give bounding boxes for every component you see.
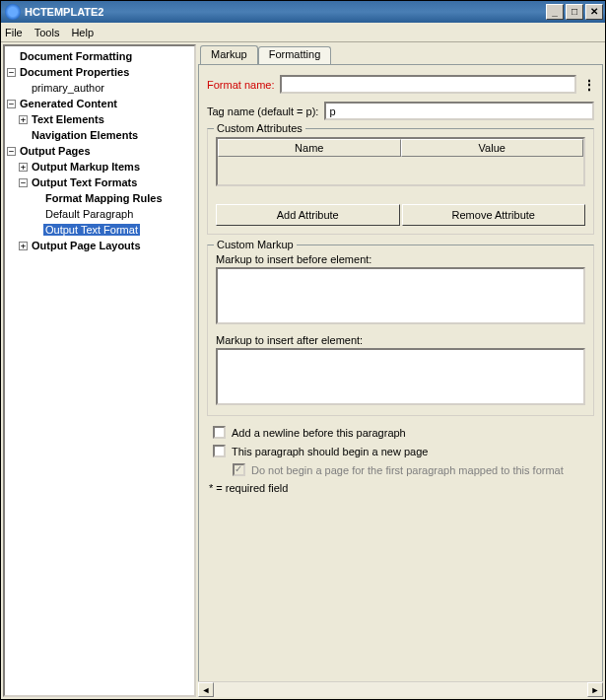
maximize-button[interactable]: □ bbox=[566, 4, 583, 20]
tab-strip: Markup Formatting bbox=[198, 44, 603, 64]
markup-before-input[interactable] bbox=[216, 267, 585, 324]
app-icon bbox=[5, 4, 21, 20]
tree-nav-elements[interactable]: Navigation Elements bbox=[30, 129, 140, 141]
custom-attributes-legend: Custom Attributes bbox=[214, 122, 305, 134]
tree-format-mapping-rules[interactable]: Format Mapping Rules bbox=[43, 192, 165, 204]
expand-icon[interactable]: + bbox=[19, 163, 28, 172]
tab-content: Format name: ⋮ Tag name (default = p): C… bbox=[198, 64, 603, 697]
right-pane: Markup Formatting Format name: ⋮ Tag nam… bbox=[198, 44, 603, 697]
markup-before-label: Markup to insert before element: bbox=[216, 253, 585, 265]
remove-attribute-button[interactable]: Remove Attribute bbox=[402, 204, 586, 226]
notfirst-label: Do not begin a page for the first paragr… bbox=[251, 464, 564, 476]
menu-bar: File Tools Help bbox=[1, 23, 605, 42]
scroll-right-icon[interactable]: ► bbox=[587, 682, 603, 697]
window-controls: _ □ ✕ bbox=[546, 4, 603, 20]
add-attribute-button[interactable]: Add Attribute bbox=[216, 204, 400, 226]
tree-output-markup-items[interactable]: Output Markup Items bbox=[30, 161, 142, 173]
expand-icon[interactable]: + bbox=[19, 242, 28, 250]
tree-output-text-formats[interactable]: Output Text Formats bbox=[30, 176, 139, 188]
required-footnote: * = required field bbox=[209, 482, 594, 494]
scroll-left-icon[interactable]: ◄ bbox=[198, 682, 214, 697]
tree-primary-author[interactable]: primary_author bbox=[30, 82, 106, 94]
collapse-icon[interactable]: − bbox=[7, 68, 16, 77]
tab-formatting[interactable]: Formatting bbox=[258, 46, 332, 66]
minimize-button[interactable]: _ bbox=[546, 4, 564, 20]
title-bar: HCTEMPLATE2 _ □ ✕ bbox=[1, 1, 605, 23]
custom-markup-legend: Custom Markup bbox=[214, 239, 297, 250]
column-value[interactable]: Value bbox=[401, 139, 584, 157]
column-name[interactable]: Name bbox=[218, 139, 401, 157]
tree-output-pages[interactable]: Output Pages bbox=[18, 145, 93, 157]
collapse-icon[interactable]: − bbox=[7, 147, 16, 156]
markup-after-input[interactable] bbox=[216, 348, 585, 405]
tree-doc-formatting[interactable]: Document Formatting bbox=[18, 50, 134, 62]
tree-generated-content[interactable]: Generated Content bbox=[18, 98, 119, 109]
tree-text-elements[interactable]: Text Elements bbox=[30, 113, 106, 125]
tag-name-input[interactable] bbox=[324, 102, 594, 120]
newline-checkbox[interactable] bbox=[213, 426, 226, 439]
newline-label: Add a newline before this paragraph bbox=[232, 427, 406, 439]
collapse-icon[interactable]: − bbox=[19, 178, 28, 187]
custom-attributes-group: Custom Attributes Name Value Add Attribu… bbox=[207, 128, 594, 235]
format-name-label: Format name: bbox=[207, 79, 274, 91]
newpage-checkbox[interactable] bbox=[213, 445, 226, 457]
attributes-table[interactable]: Name Value bbox=[216, 137, 585, 186]
tab-markup[interactable]: Markup bbox=[200, 45, 258, 65]
tree-doc-properties[interactable]: Document Properties bbox=[18, 66, 131, 78]
scroll-track[interactable] bbox=[214, 682, 587, 697]
markup-after-label: Markup to insert after element: bbox=[216, 334, 585, 346]
expand-icon[interactable]: + bbox=[19, 115, 28, 124]
window-title: HCTEMPLATE2 bbox=[25, 6, 546, 18]
tree-output-page-layouts[interactable]: Output Page Layouts bbox=[30, 240, 143, 251]
tree-output-text-format[interactable]: Output Text Format bbox=[43, 224, 140, 236]
tag-name-label: Tag name (default = p): bbox=[207, 105, 318, 117]
newpage-label: This paragraph should begin a new page bbox=[232, 446, 428, 457]
menu-file[interactable]: File bbox=[5, 27, 23, 38]
collapse-icon[interactable]: − bbox=[7, 100, 16, 108]
custom-markup-group: Custom Markup Markup to insert before el… bbox=[207, 245, 594, 416]
close-button[interactable]: ✕ bbox=[585, 4, 603, 20]
tree-default-paragraph[interactable]: Default Paragraph bbox=[43, 208, 135, 220]
horizontal-scrollbar[interactable]: ◄ ► bbox=[198, 681, 603, 697]
tree-pane[interactable]: Document Formatting −Document Properties… bbox=[3, 44, 196, 697]
menu-help[interactable]: Help bbox=[71, 27, 94, 38]
menu-tools[interactable]: Tools bbox=[34, 27, 60, 38]
notfirst-checkbox bbox=[233, 463, 245, 476]
format-name-input[interactable] bbox=[280, 75, 576, 94]
more-icon[interactable]: ⋮ bbox=[582, 77, 594, 93]
